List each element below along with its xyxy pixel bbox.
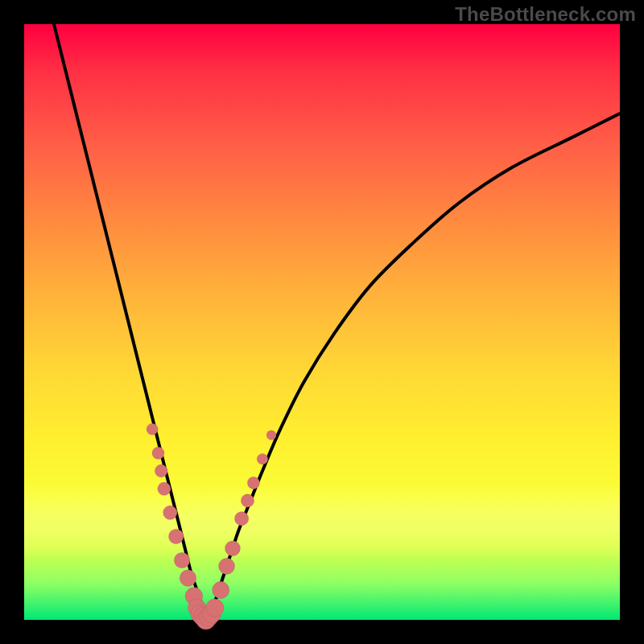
marker-point [168,529,184,544]
marker-point [266,431,276,440]
marker-point [225,541,240,556]
marker-point [180,570,196,587]
curve-left-branch [54,24,206,620]
plot-area [24,24,620,620]
marker-group [147,423,276,630]
chart-svg [24,24,620,620]
marker-point [163,506,177,519]
marker-point [213,581,229,598]
marker-point [147,423,158,435]
marker-point [219,558,235,574]
marker-point [174,552,190,568]
marker-point [158,482,171,495]
marker-point [234,511,248,525]
marker-point [152,447,164,459]
marker-point [155,464,167,477]
chart-frame: TheBottleneck.com [0,0,644,644]
marker-point [241,494,254,507]
watermark-text: TheBottleneck.com [455,3,636,26]
curve-right-branch [206,114,620,620]
curve-group [54,24,620,620]
marker-point [206,599,224,617]
marker-point [247,477,259,489]
marker-point [257,453,268,464]
